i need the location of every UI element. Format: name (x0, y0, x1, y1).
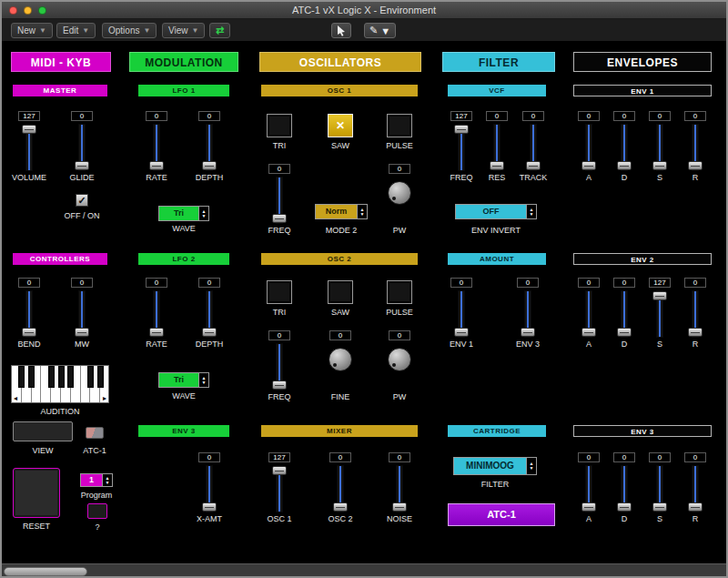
cartridge-select[interactable]: MINIMOOG ▲ ▼ (453, 457, 537, 475)
spin-down-icon[interactable]: ▼ (202, 380, 207, 385)
amount-env1-fader[interactable]: 0 ENV 1 (445, 278, 478, 352)
fader-track[interactable] (202, 290, 217, 338)
env2-s-fader[interactable]: 127 S (643, 278, 676, 352)
env2-d-fader[interactable]: 0 D (608, 278, 641, 352)
value-display[interactable]: 0 (389, 330, 410, 340)
value-display[interactable]: 0 (649, 452, 671, 462)
pencil-tool-button[interactable]: ✎ ▼ (364, 23, 396, 38)
osc2-freq-fader[interactable]: 0 FREQ (263, 330, 296, 405)
fader-thumb[interactable] (581, 502, 596, 512)
black-key[interactable] (58, 366, 65, 388)
pointer-tool-button[interactable] (331, 23, 351, 38)
spin-down-icon[interactable]: ▼ (202, 214, 207, 218)
selected-value[interactable]: 1 (81, 474, 102, 486)
fader-track[interactable] (454, 290, 469, 338)
value-display[interactable]: 0 (389, 164, 410, 174)
env1-r-fader[interactable]: 0 R (679, 111, 712, 186)
value-display[interactable]: 0 (684, 111, 706, 121)
value-display[interactable]: 127 (450, 111, 472, 121)
octave-left-icon[interactable]: ◂ (14, 395, 17, 402)
midi-thru-button[interactable]: ⇄ (209, 23, 230, 38)
reset-button[interactable] (13, 468, 60, 518)
fader-thumb[interactable] (75, 161, 89, 170)
stepper-arrows[interactable]: ▲ ▼ (526, 205, 536, 218)
fader-thumb[interactable] (202, 328, 217, 337)
value-display[interactable]: 0 (198, 111, 220, 121)
value-display[interactable]: 127 (649, 278, 671, 288)
env3-a-fader[interactable]: 0 A (572, 452, 605, 527)
fader-track[interactable] (202, 465, 217, 512)
value-display[interactable]: 0 (329, 330, 351, 340)
fader-track[interactable] (652, 290, 667, 338)
help-button[interactable] (87, 503, 107, 519)
value-display[interactable]: 0 (613, 111, 635, 121)
fader-track[interactable] (652, 465, 667, 512)
program-select[interactable]: 1 ▲ ▼ (80, 473, 113, 487)
black-key[interactable] (48, 366, 55, 388)
glide-fader[interactable]: 0 GLIDE (66, 111, 98, 186)
fader-track[interactable] (581, 290, 596, 338)
zoom-button[interactable] (38, 6, 46, 15)
fader-thumb[interactable] (617, 502, 632, 512)
value-display[interactable]: 0 (268, 164, 290, 174)
fader-thumb[interactable] (581, 328, 596, 337)
stepper-arrows[interactable]: ▲ ▼ (102, 474, 112, 486)
fader-track[interactable] (333, 465, 348, 512)
fader-thumb[interactable] (688, 161, 703, 170)
stepper-arrows[interactable]: ▲ ▼ (198, 373, 208, 387)
black-key[interactable] (28, 366, 35, 388)
black-key[interactable] (97, 366, 104, 388)
value-display[interactable]: 0 (649, 111, 671, 121)
fader-track[interactable] (521, 290, 535, 338)
knob-dial[interactable] (329, 348, 352, 371)
lfo1-wave-select[interactable]: Tri ▲ ▼ (158, 206, 209, 221)
fader-track[interactable] (272, 177, 287, 224)
fader-track[interactable] (617, 124, 632, 171)
value-display[interactable]: 0 (71, 111, 93, 121)
osc1-mode-select[interactable]: Norm ▲ ▼ (315, 204, 368, 219)
fader-thumb[interactable] (490, 161, 504, 170)
fader-track[interactable] (581, 465, 596, 512)
close-button[interactable] (9, 6, 17, 15)
value-display[interactable]: 0 (613, 452, 635, 462)
fader-track[interactable] (688, 290, 703, 338)
fader-thumb[interactable] (22, 125, 36, 134)
mixer-osc2-fader[interactable]: 0 OSC 2 (324, 452, 357, 527)
env3-d-fader[interactable]: 0 D (608, 452, 641, 527)
value-display[interactable]: 0 (578, 452, 600, 462)
value-display[interactable]: 0 (268, 330, 290, 340)
fader-thumb[interactable] (617, 161, 632, 170)
value-display[interactable]: 0 (198, 452, 220, 462)
value-display[interactable]: 0 (450, 278, 472, 288)
fader-thumb[interactable] (454, 328, 469, 337)
knob-dial[interactable] (388, 181, 411, 205)
fader-thumb[interactable] (688, 502, 703, 512)
value-display[interactable]: 0 (146, 278, 167, 288)
osc1-pw-knob[interactable]: 0 PW (383, 164, 416, 238)
value-display[interactable]: 0 (18, 278, 40, 288)
fader-thumb[interactable] (581, 161, 596, 170)
fader-track[interactable] (149, 290, 164, 338)
black-key[interactable] (87, 366, 94, 388)
fader-thumb[interactable] (272, 380, 287, 390)
stepper-arrows[interactable]: ▲ ▼ (357, 205, 367, 218)
selected-value[interactable]: Tri (159, 207, 198, 220)
fader-thumb[interactable] (652, 502, 667, 512)
fader-track[interactable] (581, 124, 596, 171)
fader-track[interactable] (392, 465, 407, 512)
osc2-pulse-button[interactable] (387, 280, 412, 304)
master-offon-checkbox[interactable]: ✓ (76, 194, 88, 207)
fader-thumb[interactable] (202, 502, 217, 512)
amount-env3-fader[interactable]: 0 ENV 3 (511, 278, 544, 352)
fader-track[interactable] (75, 290, 89, 338)
view-monitor[interactable] (13, 421, 73, 441)
fader-thumb[interactable] (149, 161, 164, 170)
fader-thumb[interactable] (392, 502, 407, 512)
value-display[interactable]: 0 (522, 111, 544, 121)
fader-thumb[interactable] (652, 161, 667, 170)
fader-track[interactable] (617, 465, 632, 512)
spin-down-icon[interactable]: ▼ (530, 212, 534, 217)
lfo1-depth-fader[interactable]: 0 DEPTH (193, 111, 226, 186)
vcf-res-fader[interactable]: 0 RES (480, 111, 513, 186)
osc1-pulse-button[interactable] (387, 114, 412, 137)
